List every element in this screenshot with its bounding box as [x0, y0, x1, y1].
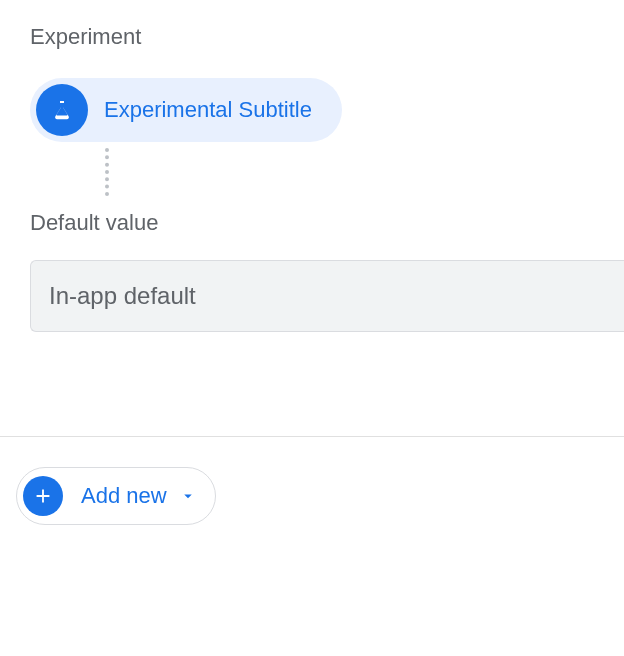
dotted-connector [105, 148, 109, 196]
flask-icon [36, 84, 88, 136]
chevron-down-icon [179, 487, 197, 505]
plus-icon [23, 476, 63, 516]
experiment-chip-label: Experimental Subtitle [104, 97, 312, 123]
add-new-button[interactable]: Add new [16, 467, 216, 525]
experiment-label: Experiment [30, 24, 594, 50]
experiment-chip[interactable]: Experimental Subtitle [30, 78, 342, 142]
add-new-label: Add new [81, 483, 167, 509]
default-value-input[interactable]: In-app default [30, 260, 624, 332]
default-value-text: In-app default [49, 282, 196, 310]
default-value-label: Default value [30, 210, 594, 236]
